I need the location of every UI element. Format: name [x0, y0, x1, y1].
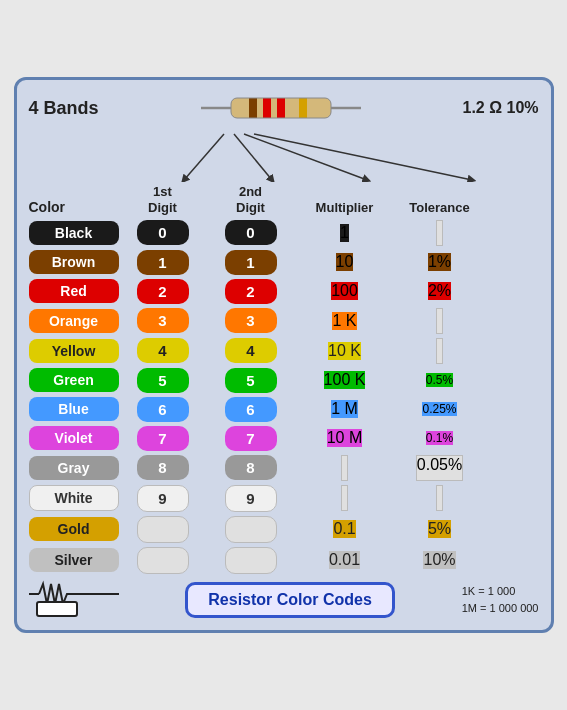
digit1-cell: 8	[119, 455, 207, 480]
mult-cell	[295, 455, 395, 481]
digit1-cell	[119, 516, 207, 543]
digit1-pill-empty	[137, 547, 189, 574]
color-name-cell: Black	[29, 221, 119, 245]
header-d1: 1st Digit	[119, 184, 207, 215]
digit2-cell: 4	[207, 338, 295, 363]
tol-pill-empty	[436, 485, 442, 511]
legend-1k: 1K = 1 000	[462, 583, 539, 600]
digit1-pill: 6	[137, 397, 189, 422]
svg-line-8	[184, 134, 224, 180]
digit2-pill: 3	[225, 308, 277, 333]
svg-line-9	[234, 134, 272, 180]
mult-cell: 0.01	[295, 551, 395, 569]
header-mult: Multiplier	[295, 200, 395, 216]
digit1-pill: 8	[137, 455, 189, 480]
mult-pill-empty	[341, 485, 347, 511]
header-d2: 2nd Digit	[207, 184, 295, 215]
tol-cell: 0.1%	[395, 431, 485, 445]
digit2-pill: 0	[225, 220, 277, 245]
tol-pill: 0.1%	[426, 431, 453, 445]
digit1-pill: 2	[137, 279, 189, 304]
tol-pill-empty	[436, 308, 442, 334]
mult-pill: 1 K	[332, 312, 356, 330]
mult-pill: 1 M	[331, 400, 358, 418]
digit2-cell: 1	[207, 250, 295, 275]
color-name-cell: Red	[29, 279, 119, 303]
bottom-section: Resistor Color Codes 1K = 1 000 1M = 1 0…	[29, 580, 539, 620]
tol-cell: 5%	[395, 520, 485, 538]
arrows-svg	[29, 132, 568, 182]
tol-cell	[395, 220, 485, 246]
resistor-graphic	[201, 90, 361, 126]
digit1-cell	[119, 547, 207, 574]
table-row: Blue661 M0.25%	[29, 397, 539, 422]
top-section: 4 Bands 1.2 Ω 10%	[29, 90, 539, 126]
digit2-cell	[207, 547, 295, 574]
digit2-cell: 3	[207, 308, 295, 333]
mult-pill: 100	[331, 282, 358, 300]
digit1-pill: 4	[137, 338, 189, 363]
digit2-pill: 5	[225, 368, 277, 393]
mult-cell: 10 M	[295, 429, 395, 447]
mult-pill: 100 K	[324, 371, 366, 389]
table-row: Yellow4410 K	[29, 338, 539, 364]
tol-cell: 2%	[395, 282, 485, 300]
digit1-pill: 0	[137, 220, 189, 245]
digit2-pill: 8	[225, 455, 277, 480]
tol-pill-empty	[436, 338, 442, 364]
tol-pill: 0.05%	[416, 455, 463, 481]
tol-cell: 0.5%	[395, 373, 485, 387]
main-card: 4 Bands 1.2 Ω 10%	[14, 77, 554, 632]
color-name-cell: Orange	[29, 309, 119, 333]
digit1-pill-empty	[137, 516, 189, 543]
digit1-cell: 6	[119, 397, 207, 422]
digit2-pill: 1	[225, 250, 277, 275]
table-row: Gray88 0.05%	[29, 455, 539, 481]
digit1-pill: 7	[137, 426, 189, 451]
bands-label: 4 Bands	[29, 98, 99, 119]
resistor-label: Resistor Color Codes	[185, 582, 395, 618]
color-name-cell: Gold	[29, 517, 119, 541]
tol-cell: 10%	[395, 551, 485, 569]
svg-rect-5	[277, 98, 285, 118]
mult-pill: 0.1	[333, 520, 355, 538]
mult-pill: 1	[340, 224, 349, 242]
tol-cell	[395, 308, 485, 334]
header-tol: Tolerance	[395, 200, 485, 216]
mult-cell: 1 M	[295, 400, 395, 418]
svg-rect-6	[299, 98, 307, 118]
tol-cell: 0.05%	[395, 455, 485, 481]
digit1-pill: 3	[137, 308, 189, 333]
table-row: White99	[29, 485, 539, 512]
digit2-cell: 2	[207, 279, 295, 304]
table-row: Red221002%	[29, 279, 539, 304]
mult-pill: 0.01	[329, 551, 360, 569]
digit1-cell: 0	[119, 220, 207, 245]
color-name-cell: Violet	[29, 426, 119, 450]
mult-pill-empty	[341, 455, 347, 481]
digit1-cell: 2	[119, 279, 207, 304]
digit1-cell: 1	[119, 250, 207, 275]
tol-pill: 2%	[428, 282, 451, 300]
mult-pill: 10 M	[327, 429, 363, 447]
table-row: Violet7710 M0.1%	[29, 426, 539, 451]
tol-cell	[395, 338, 485, 364]
color-name-cell: Green	[29, 368, 119, 392]
svg-line-10	[244, 134, 367, 180]
mult-cell: 1 K	[295, 312, 395, 330]
resistor-symbol-svg	[29, 580, 119, 620]
color-name-cell: Yellow	[29, 339, 119, 363]
color-name-cell: Gray	[29, 456, 119, 480]
color-table: Color 1st Digit 2nd Digit Multiplier Tol…	[29, 184, 539, 573]
mult-cell: 100	[295, 282, 395, 300]
table-row: Silver 0.0110%	[29, 547, 539, 574]
digit2-cell: 5	[207, 368, 295, 393]
digit2-pill: 4	[225, 338, 277, 363]
value-label: 1.2 Ω 10%	[463, 99, 539, 117]
digit2-pill-empty	[225, 547, 277, 574]
digit2-cell	[207, 516, 295, 543]
mult-pill: 10 K	[328, 342, 361, 360]
resistor-diagram	[99, 90, 463, 126]
header-color: Color	[29, 199, 119, 216]
table-row: Black001	[29, 220, 539, 246]
